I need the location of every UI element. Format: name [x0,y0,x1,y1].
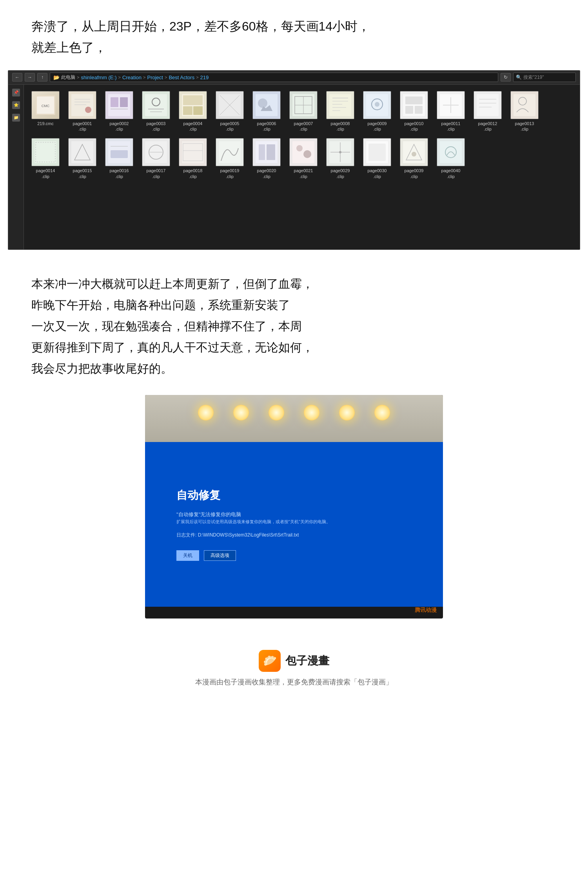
file-page0040[interactable]: page0040.clip [433,136,468,182]
file-page0007[interactable]: page0007.clip [286,89,321,135]
svg-rect-18 [183,106,192,115]
file-name-page0029: page0029.clip [331,168,350,179]
ceiling-light-3 [269,405,284,420]
path-project: Project [147,75,163,80]
path-sep5: > [196,75,198,80]
file-thumb-page0017 [142,138,170,166]
file-thumb-page0013 [510,91,539,119]
file-name-page0006: page0006.clip [257,121,276,132]
path-pc: 📂 [53,75,60,80]
file-browser: ← → ↑ 📂 此电脑 > shinleafmm (E:) > Creation… [8,70,580,250]
file-name-page0019: page0019.clip [220,168,240,179]
bsod-photo-container: 自动修复 "自动修复"无法修复你的电脑 扩展我后该可以尝试使用高级选项来修复你的… [0,391,588,634]
file-page0030[interactable]: page0030.clip [359,136,395,182]
file-thumb-page0002 [105,91,133,119]
file-thumb-page0015 [68,138,96,166]
top-line2: 就差上色了， [31,37,557,58]
file-page0001[interactable]: page0001.clip [65,89,100,135]
svg-text:CMC: CMC [42,104,50,108]
file-page0021[interactable]: page0021.clip [286,136,321,182]
file-thumb-page0021 [289,138,318,166]
file-page0039[interactable]: page0039.clip [396,136,432,182]
file-name-page0012: page0012.clip [478,121,497,132]
file-page0019[interactable]: page0019.clip [212,136,247,182]
fb-sidebar: 📌 ⭐ 📁 [8,85,24,249]
sidebar-folder-icon[interactable]: 📁 [12,114,20,122]
file-page0008[interactable]: page0008.clip [323,89,358,135]
sidebar-pin-icon[interactable]: 📌 [12,89,20,96]
bsod-shutdown-btn[interactable]: 关机 [176,550,199,561]
fb-back-button[interactable]: ← [12,73,22,82]
file-page0011[interactable]: page0011.clip [433,89,468,135]
file-name-page0040: page0040.clip [441,168,461,179]
file-page0002[interactable]: page0002.clip [102,89,137,135]
ceiling-light-5 [339,405,355,420]
path-shinleaf: shinleafmm (E:) [81,75,116,80]
file-219cmc[interactable]: CMC 219.cmc [28,89,63,135]
bsod-advanced-btn[interactable]: 高级选项 [204,550,236,561]
file-page0015[interactable]: page0015.clip [65,136,100,182]
svg-rect-65 [259,144,265,160]
file-page0013[interactable]: page0013.clip [507,89,542,135]
file-name-page0007: page0007.clip [294,121,313,132]
file-page0029[interactable]: page0029.clip [323,136,358,182]
file-name-page0021: page0021.clip [294,168,313,179]
file-thumb-page0006 [252,91,281,119]
mid-line2: 昨晚下午开始，电脑各种出问题，系统重新安装了 [31,295,557,316]
bsod-subtitle: "自动修复"无法修复你的电脑 扩展我后该可以尝试使用高级选项来修复你的电脑，或者… [176,511,330,526]
file-page0005[interactable]: page0005.clip [212,89,247,135]
svg-rect-40 [405,106,413,114]
file-page0014[interactable]: page0014.clip [28,136,63,182]
file-page0003[interactable]: page0003.clip [138,89,174,135]
path-219: 219 [200,75,209,80]
mid-text-content: 本来冲一冲大概就可以赶上本周更新了，但倒了血霉， 昨晚下午开始，电脑各种出问题，… [31,273,557,379]
fb-content-grid: CMC 219.cmc page0001.clip page0002.clip [24,85,580,249]
file-name-page0030: page0030.clip [368,168,387,179]
ceiling-light-6 [374,405,390,420]
svg-point-68 [296,145,303,151]
fb-refresh-button[interactable]: ↻ [501,73,511,82]
file-name-page0020: page0020.clip [257,168,276,179]
file-thumb-page0019 [216,138,244,166]
search-placeholder: 搜索"219" [523,74,544,81]
file-thumb-page0005 [216,91,244,119]
fb-up-button[interactable]: ↑ [37,73,47,82]
bsod-buttons: 关机 高级选项 [176,550,236,561]
svg-rect-51 [34,141,56,163]
svg-rect-12 [145,94,167,116]
file-page0004[interactable]: page0004.clip [175,89,211,135]
footer-logo: 🥟 包子漫畫 [259,650,329,672]
ceiling-light-2 [233,405,249,420]
fb-search-box[interactable]: 🔍 搜索"219" [513,73,576,82]
file-page0016[interactable]: page0016.clip [102,136,137,182]
svg-point-24 [258,98,267,108]
file-name-page0004: page0004.clip [183,121,203,132]
svg-point-7 [85,107,91,113]
path-sep2: > [118,75,120,80]
file-name-page0011: page0011.clip [441,121,461,132]
logo-emoji: 🥟 [263,654,277,667]
file-thumb-page0014 [31,138,60,166]
file-thumb-page0009 [363,91,391,119]
file-thumb-page0011 [437,91,465,119]
file-page0017[interactable]: page0017.clip [138,136,174,182]
svg-rect-3 [71,94,93,116]
svg-rect-55 [111,150,128,158]
fb-forward-button[interactable]: → [25,73,35,82]
file-name-page0002: page0002.clip [110,121,129,132]
file-thumb-page0039 [400,138,428,166]
bsod-screen: 自动修复 "自动修复"无法修复你的电脑 扩展我后该可以尝试使用高级选项来修复你的… [145,442,443,607]
file-page0010[interactable]: page0010.clip [396,89,432,135]
file-page0020[interactable]: page0020.clip [249,136,284,182]
path-sep4: > [165,75,167,80]
file-page0018[interactable]: page0018.clip [175,136,211,182]
file-thumb-page0008 [326,91,354,119]
file-name-page0015: page0015.clip [73,168,92,179]
file-thumb-page0004 [179,91,207,119]
sidebar-star-icon[interactable]: ⭐ [12,101,20,109]
file-page0009[interactable]: page0009.clip [359,89,395,135]
file-page0012[interactable]: page0012.clip [470,89,505,135]
file-page0006[interactable]: page0006.clip [249,89,284,135]
fb-path-bar[interactable]: 📂 此电脑 > shinleafmm (E:) > Creation > Pro… [50,73,498,82]
path-sep3: > [143,75,145,80]
